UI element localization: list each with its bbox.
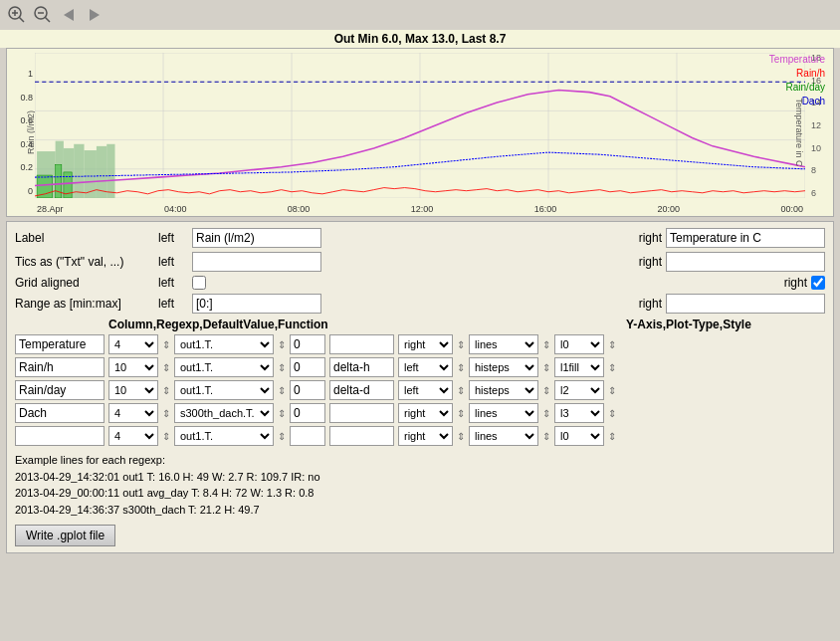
legend-rainh: Rain/h bbox=[796, 67, 825, 81]
axis-arrows: ⇕ bbox=[457, 362, 465, 373]
label-right-input[interactable] bbox=[666, 228, 825, 248]
row-default-input[interactable] bbox=[290, 403, 325, 423]
row-col-num-select[interactable]: 410 bbox=[108, 357, 158, 377]
row-style-select[interactable]: l0l1l2l3l1filll2fill bbox=[554, 403, 604, 423]
row-style-select[interactable]: l0l1l2l3l1filll2fill bbox=[554, 426, 604, 446]
plot-arrows: ⇕ bbox=[542, 362, 550, 373]
row-label-input[interactable] bbox=[15, 380, 105, 400]
yaxis-header-label: Y-Axis,Plot-Type,Style bbox=[626, 318, 825, 331]
axis-arrows: ⇕ bbox=[457, 385, 465, 396]
row-col-name-select[interactable]: out1.T.s300th_dach.T. bbox=[174, 334, 274, 354]
grid-left-checkbox[interactable] bbox=[192, 276, 206, 290]
example-area: Example lines for each regexp: 2013-04-2… bbox=[15, 449, 825, 521]
row-col-name-select[interactable]: out1.T.s300th_dach.T. bbox=[174, 357, 274, 377]
label-field-name: Label bbox=[15, 231, 154, 245]
axis-arrows: ⇕ bbox=[457, 408, 465, 419]
row-func-input[interactable] bbox=[329, 380, 394, 400]
range-left-input[interactable] bbox=[192, 294, 321, 314]
column-header-label: Column,Regexp,DefaultValue,Function bbox=[108, 318, 622, 331]
row-axis-select[interactable]: leftright bbox=[398, 334, 453, 354]
grid-field-name: Grid aligned bbox=[15, 276, 154, 290]
column-section-header: Column,Regexp,DefaultValue,Function Y-Ax… bbox=[15, 318, 825, 331]
legend-dach: Dach bbox=[802, 95, 825, 108]
tics-left-input[interactable] bbox=[192, 252, 321, 272]
data-row: 410 ⇕ out1.T.s300th_dach.T. ⇕ leftright … bbox=[15, 380, 825, 400]
style-arrows: ⇕ bbox=[608, 431, 616, 442]
svg-line-3 bbox=[19, 17, 24, 22]
tics-field-name: Tics as ("Txt" val, ...) bbox=[15, 255, 154, 269]
row-default-input[interactable] bbox=[290, 357, 325, 377]
col-name-arrows: ⇕ bbox=[278, 431, 286, 442]
data-row: 410 ⇕ out1.T.s300th_dach.T. ⇕ leftright … bbox=[15, 426, 825, 446]
row-col-num-select[interactable]: 410 bbox=[108, 334, 158, 354]
grid-right-checkbox[interactable] bbox=[811, 276, 825, 290]
row-plot-select[interactable]: lineshistepspointslinespoints bbox=[469, 403, 538, 423]
col-num-arrows: ⇕ bbox=[162, 339, 170, 350]
row-plot-select[interactable]: lineshistepspointslinespoints bbox=[469, 426, 538, 446]
data-row: 410 ⇕ out1.T.s300th_dach.T. ⇕ leftright … bbox=[15, 403, 825, 423]
plot-arrows: ⇕ bbox=[542, 385, 550, 396]
example-line-2: 2013-04-29_00:00:11 out1 avg_day T: 8.4 … bbox=[15, 485, 825, 502]
label-left-label: left bbox=[158, 231, 188, 245]
row-default-input[interactable] bbox=[290, 426, 325, 446]
row-col-num-select[interactable]: 410 bbox=[108, 426, 158, 446]
row-plot-select[interactable]: lineshistepspointslinespoints bbox=[469, 334, 538, 354]
row-col-num-select[interactable]: 410 bbox=[108, 403, 158, 423]
row-col-name-select[interactable]: out1.T.s300th_dach.T. bbox=[174, 380, 274, 400]
svg-rect-32 bbox=[56, 165, 62, 198]
chart-svg bbox=[35, 53, 805, 198]
row-plot-select[interactable]: lineshistepspointslinespoints bbox=[469, 380, 538, 400]
row-style-select[interactable]: l0l1l2l3l1filll2fill bbox=[554, 357, 604, 377]
chart-title: Out Min 6.0, Max 13.0, Last 8.7 bbox=[0, 30, 840, 48]
row-axis-select[interactable]: leftright bbox=[398, 380, 453, 400]
row-style-select[interactable]: l0l1l2l3l1filll2fill bbox=[554, 380, 604, 400]
label-right-label: right bbox=[622, 231, 662, 245]
style-arrows: ⇕ bbox=[608, 362, 616, 373]
svg-rect-31 bbox=[37, 175, 52, 198]
row-func-input[interactable] bbox=[329, 403, 394, 423]
tics-right-label: right bbox=[622, 255, 662, 269]
plot-arrows: ⇕ bbox=[542, 339, 550, 350]
chart-area: 1 0.8 0.6 0.4 0.2 0 Rain (l/m2) bbox=[6, 48, 834, 217]
example-line-1: 2013-04-29_14:32:01 out1 T: 16.0 H: 49 W… bbox=[15, 469, 825, 486]
row-default-input[interactable] bbox=[290, 334, 325, 354]
forward-button[interactable] bbox=[84, 4, 105, 26]
row-label-input[interactable] bbox=[15, 357, 105, 377]
write-gplot-button[interactable]: Write .gplot file bbox=[15, 525, 115, 546]
row-axis-select[interactable]: leftright bbox=[398, 357, 453, 377]
form-area: Label left right Tics as ("Txt" val, ...… bbox=[6, 221, 834, 553]
row-func-input[interactable] bbox=[329, 334, 394, 354]
range-right-input[interactable] bbox=[666, 294, 825, 314]
style-arrows: ⇕ bbox=[608, 385, 616, 396]
row-col-name-select[interactable]: out1.T.s300th_dach.T. bbox=[174, 403, 274, 423]
col-name-arrows: ⇕ bbox=[278, 385, 286, 396]
row-axis-select[interactable]: leftright bbox=[398, 426, 453, 446]
row-axis-select[interactable]: leftright bbox=[398, 403, 453, 423]
axis-arrows: ⇕ bbox=[457, 431, 465, 442]
row-label-input[interactable] bbox=[15, 334, 105, 354]
style-arrows: ⇕ bbox=[608, 408, 616, 419]
tics-row: Tics as ("Txt" val, ...) left right bbox=[15, 252, 825, 272]
tics-right-input[interactable] bbox=[666, 252, 825, 272]
range-right-label: right bbox=[622, 297, 662, 311]
row-col-num-select[interactable]: 410 bbox=[108, 380, 158, 400]
col-num-arrows: ⇕ bbox=[162, 408, 170, 419]
grid-right-label: right bbox=[767, 276, 807, 290]
label-left-input[interactable] bbox=[192, 228, 321, 248]
row-default-input[interactable] bbox=[290, 380, 325, 400]
row-style-select[interactable]: l0l1l2l3l1filll2fill bbox=[554, 334, 604, 354]
col-name-arrows: ⇕ bbox=[278, 362, 286, 373]
col-name-arrows: ⇕ bbox=[278, 408, 286, 419]
plot-arrows: ⇕ bbox=[542, 408, 550, 419]
row-label-input[interactable] bbox=[15, 426, 105, 446]
back-button[interactable] bbox=[58, 4, 80, 26]
row-label-input[interactable] bbox=[15, 403, 105, 423]
row-plot-select[interactable]: lineshistepspointslinespoints bbox=[469, 357, 538, 377]
example-header: Example lines for each regexp: bbox=[15, 452, 825, 469]
row-func-input[interactable] bbox=[329, 426, 394, 446]
row-col-name-select[interactable]: out1.T.s300th_dach.T. bbox=[174, 426, 274, 446]
zoom-in-button[interactable] bbox=[6, 4, 28, 26]
row-func-input[interactable] bbox=[329, 357, 394, 377]
zoom-out-button[interactable] bbox=[32, 4, 54, 26]
style-arrows: ⇕ bbox=[608, 339, 616, 350]
